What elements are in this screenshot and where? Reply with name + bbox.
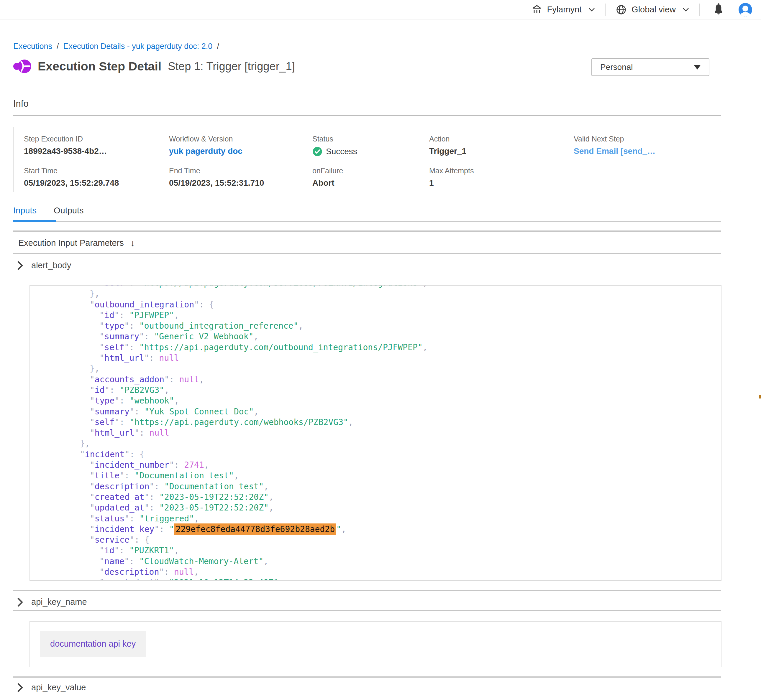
code-line: "updated_at": "2023-05-19T22:52:20Z", [30, 503, 721, 513]
info-field: ActionTrigger_1 [429, 135, 574, 156]
topbar-divider [699, 3, 700, 16]
code-line: "self": "https://api.pagerduty.com/servi… [30, 286, 721, 289]
code-line: "incident_number": 2741, [30, 460, 721, 470]
tab-inputs[interactable]: Inputs [13, 206, 37, 216]
info-field-value: 05/19/2023, 15:52:29.748 [24, 178, 169, 188]
code-line: "name": "CloudWatch-Memory-Alert", [30, 556, 721, 567]
highlighted-incident-key: 229efec8feda44778d3fe692b28aed2b [174, 523, 336, 535]
code-line: "status": "triggered", [30, 513, 721, 524]
breadcrumb: Executions / Execution Details - yuk pag… [13, 42, 219, 51]
execution-input-parameters-label: Execution Input Parameters [18, 238, 124, 248]
code-line: }, [30, 289, 721, 299]
section-divider [13, 677, 721, 678]
chevron-right-icon [17, 598, 23, 606]
info-field-value[interactable]: Send Email [send_… [574, 147, 721, 156]
info-field-value: Abort [312, 178, 429, 188]
api-key-name-label: api_key_name [31, 597, 87, 607]
tab-outputs[interactable]: Outputs [54, 206, 84, 216]
info-field-label: Workflow & Version [169, 135, 312, 143]
success-check-icon [312, 147, 323, 156]
chevron-down-icon [682, 7, 689, 12]
select-caret-icon [694, 65, 700, 70]
view-name: Global view [631, 5, 676, 14]
info-field: End Time05/19/2023, 15:52:31.710 [169, 167, 312, 188]
user-avatar[interactable] [739, 3, 752, 17]
info-grid: Step Execution ID18992a43-9538-4b2…Workf… [24, 135, 721, 188]
execution-input-parameters-row: Execution Input Parameters ↓ [18, 238, 135, 248]
api-key-name-section-toggle[interactable]: api_key_name [17, 597, 87, 607]
alert-body-section-toggle[interactable]: alert_body [17, 261, 71, 270]
topbar-divider [605, 3, 606, 16]
chevron-right-icon [17, 683, 23, 692]
section-divider [13, 610, 721, 611]
info-field: Workflow & Versionyuk pagerduty doc [169, 135, 312, 156]
info-heading: Info [13, 98, 28, 109]
info-field-label: Valid Next Step [574, 135, 721, 143]
code-line: "description": null, [30, 567, 721, 577]
code-line: "service": { [30, 534, 721, 545]
tab-underline-track [13, 221, 721, 222]
globe-icon [615, 4, 627, 15]
avatar-head [742, 6, 748, 11]
code-line: "summary": "Generic V2 Webhook", [30, 331, 721, 342]
bank-icon [531, 5, 542, 15]
execution-step-detail-page: Fylamynt Global view Executions / E [0, 0, 761, 700]
code-line: "id": "PJFWPEP", [30, 310, 721, 321]
code-line: "outbound_integration": { [30, 300, 721, 310]
info-field-label: Step Execution ID [24, 135, 169, 143]
chevron-right-icon [17, 261, 23, 270]
info-field: Start Time05/19/2023, 15:52:29.748 [24, 167, 169, 188]
info-field-value: 05/19/2023, 15:52:31.710 [169, 178, 312, 188]
code-line: "html_url": null [30, 428, 721, 438]
info-card: Step Execution ID18992a43-9538-4b2…Workf… [13, 127, 721, 192]
code-line: "created_at": "2023-05-19T22:52:20Z", [30, 492, 721, 503]
scope-select-value: Personal [600, 62, 633, 72]
code-line: }, [30, 438, 721, 449]
info-field-label: Start Time [24, 167, 169, 175]
org-menu[interactable]: Fylamynt [531, 5, 595, 15]
view-menu[interactable]: Global view [615, 4, 689, 15]
title-row: Execution Step Detail Step 1: Trigger [t… [13, 58, 295, 75]
info-field-value: Success [312, 147, 429, 156]
info-field: onFailureAbort [312, 167, 429, 188]
section-divider [13, 115, 721, 116]
code-line: "type": "outbound_integration_reference"… [30, 321, 721, 331]
code-line: "id": "PZB2VG3", [30, 385, 721, 395]
info-field: Valid Next StepSend Email [send_… [574, 135, 721, 156]
info-field: StatusSuccess [312, 135, 429, 156]
page-title: Execution Step Detail [38, 59, 161, 73]
tab-bar: Inputs Outputs [13, 206, 84, 216]
code-line: "summary": "Yuk Spot Connect Doc", [30, 406, 721, 417]
active-tab-indicator [13, 220, 56, 222]
section-divider [13, 230, 721, 232]
download-icon[interactable]: ↓ [130, 238, 135, 248]
breadcrumb-execution-details[interactable]: Execution Details - yuk pagerduty doc: 2… [63, 42, 213, 51]
notifications-button[interactable] [713, 3, 724, 17]
api-key-name-value: documentation api key [40, 631, 146, 657]
code-line: }, [30, 363, 721, 374]
code-line: "description": "Documentation test", [30, 481, 721, 492]
code-line: "id": "PUZKRT1", [30, 545, 721, 556]
code-line: "type": "webhook", [30, 395, 721, 406]
code-line: "incident": { [30, 449, 721, 460]
section-divider [13, 590, 721, 591]
scope-select[interactable]: Personal [591, 58, 709, 76]
alert-body-json-viewer: "self": "https://api.pagerduty.com/servi… [30, 285, 722, 581]
api-key-value-label: api_key_value [31, 683, 86, 692]
info-field-value[interactable]: yuk pagerduty doc [169, 147, 312, 156]
code-line: "self": "https://api.pagerduty.com/outbo… [30, 342, 721, 353]
page-subtitle: Step 1: Trigger [trigger_1] [168, 60, 295, 73]
bell-icon [713, 3, 724, 15]
info-field-label: Max Attempts [429, 167, 574, 175]
code-line: "self": "https://api.pagerduty.com/webho… [30, 417, 721, 428]
api-key-name-card: documentation api key [30, 621, 722, 667]
section-divider [13, 253, 721, 254]
breadcrumb-executions[interactable]: Executions [13, 42, 52, 51]
info-field-label: End Time [169, 167, 312, 175]
code-line: "html_url": null [30, 353, 721, 363]
api-key-value-section-toggle[interactable]: api_key_value [17, 683, 86, 692]
code-line: "incident_key": "229efec8feda44778d3fe69… [30, 524, 721, 534]
json-code: "self": "https://api.pagerduty.com/servi… [30, 286, 721, 580]
breadcrumb-separator: / [56, 42, 59, 51]
workflow-logo-icon [13, 58, 32, 75]
